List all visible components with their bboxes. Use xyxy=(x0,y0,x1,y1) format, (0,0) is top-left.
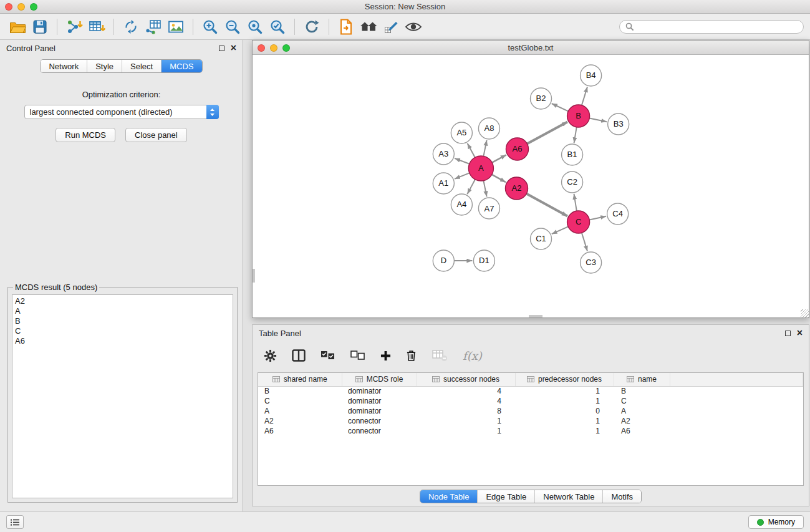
table-cell[interactable]: A2 xyxy=(258,416,342,426)
refresh-layout-button[interactable] xyxy=(301,17,323,37)
vertical-scroll-stub[interactable] xyxy=(253,269,255,283)
graph-edge-A-A2[interactable] xyxy=(492,175,506,182)
column-header-successor-nodes[interactable]: successor nodes xyxy=(417,373,515,386)
table-row[interactable]: Bdominator41B xyxy=(258,386,803,396)
graph-edge-C-C3[interactable] xyxy=(582,233,587,251)
import-network-button[interactable] xyxy=(63,17,85,37)
show-hide-button[interactable] xyxy=(402,17,425,37)
float-table-panel-icon[interactable] xyxy=(785,331,791,336)
deselect-all-button[interactable] xyxy=(350,351,365,360)
graph-edge-A-A4[interactable] xyxy=(467,180,475,195)
graph-edge-C-C1[interactable] xyxy=(552,226,568,234)
graph-edge-A-A3[interactable] xyxy=(455,158,470,164)
table-cell[interactable]: 0 xyxy=(515,406,614,416)
select-all-button[interactable] xyxy=(321,351,335,360)
tab-network-table[interactable]: Network Table xyxy=(534,490,602,503)
table-cell[interactable]: C xyxy=(614,396,670,406)
table-cell[interactable]: A2 xyxy=(614,416,670,426)
zoom-window-button[interactable] xyxy=(30,3,37,11)
column-header-predecessor-nodes[interactable]: predecessor nodes xyxy=(515,373,614,386)
delete-column-button[interactable] xyxy=(406,349,417,362)
graph-edge-A-A6[interactable] xyxy=(492,155,506,162)
add-column-button[interactable] xyxy=(380,351,391,361)
minimize-network-window-button[interactable] xyxy=(270,44,277,52)
zoom-selected-button[interactable] xyxy=(244,17,266,37)
close-table-panel-icon[interactable]: × xyxy=(797,328,803,338)
save-session-button[interactable] xyxy=(29,17,51,37)
table-cell[interactable]: B xyxy=(258,386,342,396)
minimize-window-button[interactable] xyxy=(17,3,25,11)
table-row[interactable]: Cdominator41C xyxy=(258,396,803,406)
zoom-fit-button[interactable] xyxy=(266,17,289,37)
graph-edge-A6-B[interactable] xyxy=(527,122,567,144)
zoom-out-button[interactable] xyxy=(221,17,244,37)
table-cell[interactable]: A xyxy=(614,406,670,416)
tab-node-table[interactable]: Node Table xyxy=(420,490,478,503)
graph-edge-A-A5[interactable] xyxy=(467,143,475,158)
home-views-button[interactable] xyxy=(357,17,380,37)
open-session-button[interactable] xyxy=(6,17,29,37)
open-document-button[interactable] xyxy=(335,17,357,37)
float-panel-icon[interactable] xyxy=(219,46,224,51)
table-cell[interactable]: 1 xyxy=(515,386,614,396)
mcds-result-item[interactable]: A6 xyxy=(15,336,230,346)
graph-edge-A-A1[interactable] xyxy=(455,173,470,179)
search-input[interactable] xyxy=(637,22,798,31)
table-row[interactable]: A6connector11A6 xyxy=(258,426,803,436)
tab-edge-table[interactable]: Edge Table xyxy=(477,490,534,503)
resize-handle[interactable] xyxy=(801,309,809,317)
mcds-result-item[interactable]: B xyxy=(15,316,230,326)
table-cell[interactable]: A xyxy=(258,406,342,416)
table-cell[interactable]: dominator xyxy=(342,386,417,396)
import-table-button[interactable] xyxy=(85,17,108,37)
criterion-dropdown[interactable]: largest connected component (directed) xyxy=(24,105,219,119)
table-cell[interactable]: connector xyxy=(342,416,417,426)
tab-motifs[interactable]: Motifs xyxy=(602,490,641,503)
mcds-result-item[interactable]: A2 xyxy=(15,296,230,306)
table-row[interactable]: A2connector11A2 xyxy=(258,416,803,426)
close-panel-button[interactable]: Close panel xyxy=(125,128,187,142)
table-cell[interactable]: 1 xyxy=(515,416,614,426)
tab-style[interactable]: Style xyxy=(87,60,122,72)
table-cell[interactable]: dominator xyxy=(342,396,417,406)
table-cell[interactable]: C xyxy=(258,396,342,406)
graph-edge-C-C2[interactable] xyxy=(574,194,576,211)
mcds-result-list[interactable]: A2ABCA6 xyxy=(12,294,233,498)
graph-edge-A-A8[interactable] xyxy=(483,140,486,157)
close-window-button[interactable] xyxy=(5,3,12,11)
table-cell[interactable]: 1 xyxy=(417,426,515,436)
table-cell[interactable]: B xyxy=(614,386,670,396)
table-cell[interactable]: 1 xyxy=(417,416,515,426)
column-header-shared-name[interactable]: shared name xyxy=(258,373,342,386)
task-history-button[interactable] xyxy=(6,515,24,529)
export-image-button[interactable] xyxy=(165,17,187,37)
table-row[interactable]: Adominator80A xyxy=(258,406,803,416)
table-cell[interactable]: A6 xyxy=(258,426,342,436)
run-mcds-button[interactable]: Run MCDS xyxy=(55,128,115,142)
graph-edge-B-B3[interactable] xyxy=(589,118,607,122)
column-header-name[interactable]: name xyxy=(614,373,670,386)
search-field[interactable] xyxy=(619,20,804,34)
graph-edge-A2-C[interactable] xyxy=(526,194,567,216)
horizontal-scroll-stub[interactable] xyxy=(529,315,542,317)
close-network-window-button[interactable] xyxy=(258,44,265,52)
memory-button[interactable]: Memory xyxy=(748,515,804,529)
export-table-button[interactable] xyxy=(142,17,165,37)
table-cell[interactable]: dominator xyxy=(342,406,417,416)
table-settings-button[interactable] xyxy=(264,349,277,362)
graph-edge-B-B2[interactable] xyxy=(552,104,569,111)
tab-select[interactable]: Select xyxy=(122,60,161,72)
zoom-network-window-button[interactable] xyxy=(282,44,290,52)
table-cell[interactable]: 1 xyxy=(515,426,614,436)
graph-edge-B-B4[interactable] xyxy=(582,87,587,105)
mcds-result-item[interactable]: A xyxy=(15,306,230,316)
tab-mcds[interactable]: MCDS xyxy=(161,60,201,72)
close-panel-icon[interactable]: × xyxy=(231,43,236,53)
table-cell[interactable]: 8 xyxy=(417,406,515,416)
table-cell[interactable]: 4 xyxy=(417,386,515,396)
zoom-in-button[interactable] xyxy=(199,17,221,37)
show-columns-button[interactable] xyxy=(292,349,306,362)
graph-edge-A-A7[interactable] xyxy=(483,181,486,197)
table-cell[interactable]: A6 xyxy=(614,426,670,436)
table-cell[interactable]: connector xyxy=(342,426,417,436)
